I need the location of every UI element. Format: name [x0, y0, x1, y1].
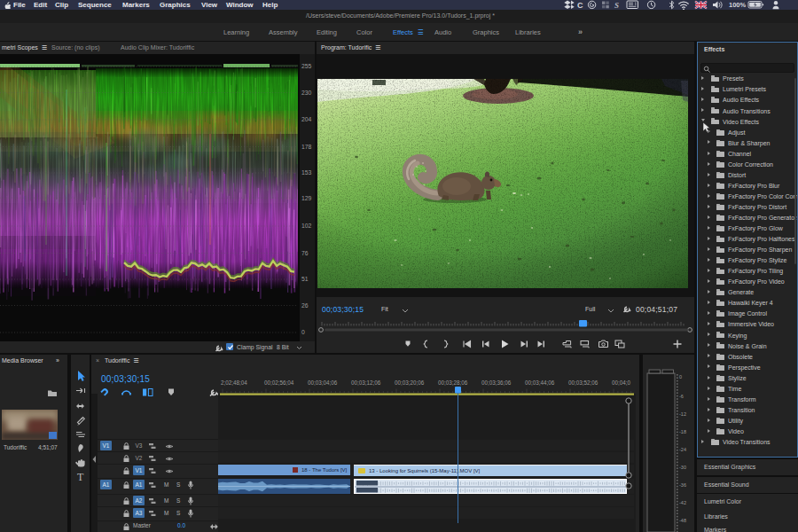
svg-text:T: T	[77, 471, 84, 483]
svg-text:100%: 100%	[729, 1, 747, 9]
svg-text:00;03;20;06: 00;03;20;06	[395, 379, 425, 386]
svg-text:178: 178	[301, 144, 312, 150]
svg-text:00;03;36;06: 00;03;36;06	[481, 379, 512, 386]
svg-text:-36: -36	[679, 482, 686, 488]
svg-text:-48: -48	[679, 518, 686, 523]
svg-text:-12: -12	[679, 411, 686, 417]
svg-text:-18: -18	[679, 429, 686, 434]
svg-text:2;02;48;04: 2;02;48;04	[221, 379, 247, 386]
svg-text:00;03;12;06: 00;03;12;06	[351, 379, 381, 386]
svg-text:-30: -30	[679, 465, 686, 470]
svg-text:204: 204	[301, 116, 312, 122]
svg-text:-24: -24	[679, 447, 686, 452]
svg-text:00;03;44;06: 00;03;44;06	[525, 379, 555, 386]
svg-text:00;03;04;06: 00;03;04;06	[308, 379, 338, 386]
svg-text:S: S	[614, 1, 619, 10]
svg-text:102: 102	[301, 223, 312, 229]
svg-text:-42: -42	[679, 500, 686, 505]
svg-text:255: 255	[301, 63, 312, 69]
svg-text:00;02;56;04: 00;02;56;04	[264, 379, 294, 386]
svg-text:76: 76	[301, 250, 309, 256]
svg-text:0: 0	[679, 374, 682, 379]
svg-text:00;03;28;06: 00;03;28;06	[438, 379, 468, 386]
svg-text:-6: -6	[679, 394, 684, 399]
svg-text:230: 230	[301, 90, 312, 96]
svg-text:26: 26	[301, 302, 309, 309]
svg-text:129: 129	[301, 195, 312, 201]
svg-text:51: 51	[301, 276, 309, 282]
svg-text:00;03;52;06: 00;03;52;06	[568, 379, 598, 386]
svg-text:C: C	[577, 1, 583, 10]
svg-text:153: 153	[301, 169, 312, 176]
svg-text:0: 0	[301, 329, 305, 335]
